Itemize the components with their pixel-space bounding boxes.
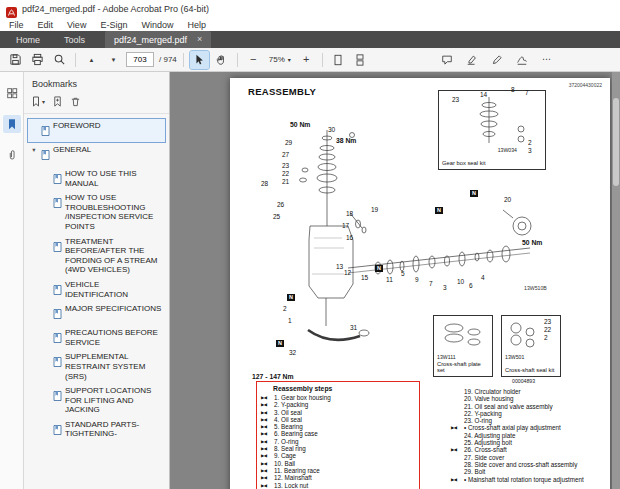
toolbar-separator	[322, 53, 323, 67]
part-number: 19	[371, 207, 378, 214]
service-point-mark: ▶◀	[260, 482, 274, 489]
service-point-mark	[450, 432, 464, 439]
comment-tool-button[interactable]	[437, 51, 456, 69]
menu-view[interactable]: View	[60, 20, 93, 30]
step-row: 28. Side cover and cross-shaft assembly	[450, 461, 600, 468]
new-bookmark-button[interactable]	[52, 94, 63, 108]
highlight-tool-button[interactable]	[462, 51, 481, 69]
step-label: 27. Side cover	[464, 454, 504, 461]
tab-document[interactable]: pdf24_merged.pdf ×	[105, 31, 211, 48]
toolbar-separator	[75, 53, 76, 67]
step-label: 24. Adjusting plate	[464, 432, 515, 439]
service-point-mark	[450, 417, 464, 424]
step-label: 2. Y-packing	[274, 401, 308, 408]
bookmark-label: STANDARD PARTS-TIGHTENING-	[65, 420, 163, 439]
zoom-level-dropdown[interactable]: 75% ▾	[266, 55, 294, 64]
tab-close-icon[interactable]: ×	[197, 35, 202, 44]
part-number: 12	[344, 270, 351, 277]
bookmark-item[interactable]: HOW TO USE THIS MANUAL	[28, 167, 165, 190]
more-tools-button[interactable]: ⋯	[537, 51, 556, 69]
part-number: 2	[544, 335, 548, 342]
bookmark-item[interactable]: MAJOR SPECIFICATIONS	[28, 302, 165, 325]
delete-bookmark-button[interactable]	[70, 94, 81, 108]
part-number: 14	[480, 92, 487, 99]
menu-edit[interactable]: Edit	[31, 20, 61, 30]
bookmark-icon	[53, 280, 62, 299]
bookmarks-list: FOREWORD▾GENERALHOW TO USE THIS MANUALHO…	[24, 114, 169, 446]
part-number: 23	[452, 97, 459, 104]
step-label: 3. Oil seal	[274, 409, 302, 416]
step-label: 28. Side cover and cross-shaft assembly	[464, 461, 577, 468]
bookmark-item[interactable]: FOREWORD	[28, 119, 165, 142]
bookmark-item[interactable]: SUPPLEMENTAL RESTRAINT SYSTEM (SRS)	[28, 350, 165, 383]
document-area[interactable]: REASSEMBLY 372004430022	[170, 72, 620, 489]
part-number: 30	[328, 127, 335, 134]
step-label: 8. Seal ring	[274, 445, 306, 452]
service-point-mark: ▶◀	[450, 476, 464, 483]
bookmark-item[interactable]: SUPPORT LOCATIONS FOR LIFTING AND JACKIN…	[28, 384, 165, 417]
menu-window[interactable]: Window	[134, 20, 180, 30]
navigation-rail	[0, 72, 24, 489]
step-row: ▶◀13. Lock nut	[260, 482, 417, 489]
bookmark-item[interactable]: TREATMENT BEFORE/AFTER THE FORDING OF A …	[28, 235, 165, 277]
fill-sign-button[interactable]	[512, 51, 531, 69]
part-number: 20	[504, 197, 511, 204]
step-label: 13. Lock nut	[274, 482, 308, 489]
bookmark-item[interactable]: ▾GENERAL	[28, 143, 165, 166]
bookmark-item[interactable]: PRECAUTIONS BEFORE SERVICE	[28, 326, 165, 349]
print-button[interactable]	[28, 51, 47, 69]
non-reusable-mark: N	[470, 190, 478, 197]
bookmark-label: PRECAUTIONS BEFORE SERVICE	[65, 328, 163, 347]
service-point-mark: ▶◀	[260, 438, 274, 445]
bookmark-label: HOW TO USE TROUBLESHOOTING /INSPECTION S…	[65, 193, 163, 231]
scrolling-page-view-button[interactable]	[351, 51, 370, 69]
part-number: 31	[350, 325, 357, 332]
service-point-mark: ▶◀	[450, 424, 464, 431]
chevron-down-icon: ▾	[42, 98, 45, 105]
acrobat-app-icon	[6, 4, 17, 15]
menu-file[interactable]: File	[2, 20, 31, 30]
save-button[interactable]	[6, 51, 25, 69]
zoom-out-button[interactable]: −	[244, 51, 263, 69]
bookmark-options-button[interactable]: ▾	[31, 94, 45, 108]
bookmark-item[interactable]: VEHICLE IDENTIFICATION	[28, 278, 165, 301]
step-label: 19. Circulator holder	[464, 388, 521, 395]
bookmark-item[interactable]: HOW TO USE TROUBLESHOOTING /INSPECTION S…	[28, 191, 165, 233]
service-point-mark: ▶◀	[260, 416, 274, 423]
step-row: ▶◀5. Bearing	[260, 423, 417, 430]
torque-label: 127 - 147 Nm	[252, 374, 294, 381]
page-count-label: / 974	[159, 55, 177, 64]
pen-tool-button[interactable]	[487, 51, 506, 69]
page-number-input[interactable]	[126, 52, 154, 67]
next-page-button[interactable]: ▼	[104, 51, 123, 69]
bookmark-icon	[41, 145, 50, 164]
service-point-mark: ▶◀	[450, 446, 464, 453]
bookmark-item[interactable]: STANDARD PARTS-TIGHTENING-	[28, 418, 165, 441]
step-row: ▶◀1. Gear box housing	[260, 394, 417, 401]
part-number: 8	[511, 87, 515, 94]
bookmarks-panel-icon[interactable]	[3, 115, 21, 133]
bookmark-label: SUPPLEMENTAL RESTRAINT SYSTEM (SRS)	[65, 352, 163, 381]
step-row: 23. O-ring	[450, 417, 600, 424]
tab-tools[interactable]: Tools	[52, 31, 97, 48]
bookmark-icon	[53, 304, 62, 323]
hand-tool-button[interactable]	[212, 51, 231, 69]
bookmark-caret-icon[interactable]: ▾	[30, 145, 38, 155]
bookmark-label: SUPPORT LOCATIONS FOR LIFTING AND JACKIN…	[65, 386, 163, 415]
attachments-icon[interactable]	[3, 146, 21, 164]
select-tool-button[interactable]	[190, 51, 209, 69]
step-row: ▶◀3. Oil seal	[260, 409, 417, 416]
menu-help[interactable]: Help	[180, 20, 213, 30]
vertical-scrollbar[interactable]	[612, 72, 620, 489]
previous-page-button[interactable]: ▲	[82, 51, 101, 69]
part-number: 13	[336, 264, 343, 271]
search-icon[interactable]	[50, 51, 69, 69]
tab-home[interactable]: Home	[4, 31, 52, 48]
scrollbar-thumb[interactable]	[613, 98, 619, 186]
zoom-in-button[interactable]: +	[297, 51, 316, 69]
step-label: 22. Y-packing	[464, 410, 502, 417]
menu-esign[interactable]: E-Sign	[93, 20, 134, 30]
single-page-view-button[interactable]	[329, 51, 348, 69]
page-thumbnails-icon[interactable]	[3, 84, 21, 102]
step-row: 22. Y-packing	[450, 410, 600, 417]
